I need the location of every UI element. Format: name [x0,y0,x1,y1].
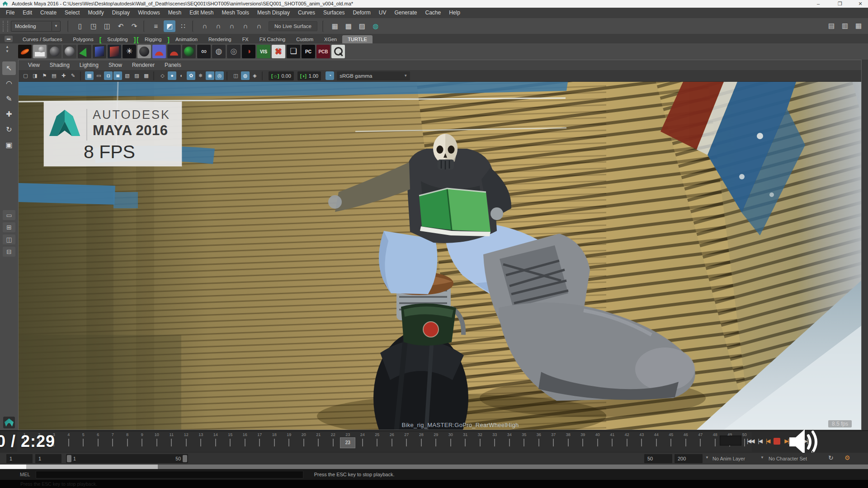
menu-file[interactable]: File [2,8,19,18]
lasso-select-tool[interactable]: ◠ [2,77,16,90]
step-back-key-button[interactable]: |◀ [766,438,769,444]
half-red-sphere-icon[interactable]: ◑ [242,45,255,58]
channel-box-toggle-icon[interactable]: ▦ [853,20,864,32]
viewport-grid-icon[interactable]: ▦ [85,71,94,80]
mel-label[interactable]: MEL [20,472,30,477]
stop-button[interactable]: ■ [774,438,780,445]
rotate-tool[interactable]: ↻ [2,123,16,136]
go-to-start-button[interactable]: |◀◀ [747,438,754,444]
two-pane-layout-button[interactable]: ◫ [3,235,15,244]
noise-icon[interactable]: ✳ [123,45,136,58]
viewport-camera-attrs-icon[interactable]: ◨ [31,71,39,80]
green-sphere-icon[interactable] [182,45,196,58]
character-set-dropdown[interactable]: No Character Set [769,455,807,463]
panel-menu-panels[interactable]: Panels [160,62,186,68]
menu-windows[interactable]: Windows [134,8,164,18]
input-connections-icon[interactable]: ▦ [329,20,341,32]
snap-point-icon[interactable]: ∩ [226,20,238,32]
sss-map-icon[interactable] [108,45,121,58]
select-component-icon[interactable]: ∷ [177,20,189,32]
chevron-down-icon[interactable]: ▼ [760,455,764,460]
menu-uv[interactable]: UV [375,8,391,18]
menu-create[interactable]: Create [36,8,61,18]
lit-sphere-icon[interactable] [63,45,76,58]
close-button[interactable]: ✕ [854,0,867,7]
occlusion-sphere-icon[interactable] [137,45,151,58]
vis-icon[interactable]: VIS [257,45,270,58]
shelf-tab-rigging[interactable]: Rigging [139,35,167,43]
range-start-handle[interactable] [67,455,71,462]
viewport-camera-icon[interactable]: ▢ [21,71,30,80]
color-management-dropdown[interactable]: ◔ sRGB gamma ▼ [326,71,410,80]
menu-mesh-display[interactable]: Mesh Display [253,8,294,18]
viewport-lights-icon[interactable]: ✿ [187,71,195,80]
snap-curve-icon[interactable]: ∩ [212,20,224,32]
shelf-tab-rendering[interactable]: Rendering [203,35,237,43]
exposure-field[interactable]: [☼] 0.00 [269,71,294,80]
menu-edit-mesh[interactable]: Edit Mesh [185,8,217,18]
output-connections-icon[interactable]: ▩ [343,20,354,32]
range-slider[interactable]: 1 50 [66,454,188,463]
menu-help[interactable]: Help [445,8,464,18]
chevron-down-icon[interactable]: ▼ [705,455,709,460]
shelf-tab-custom[interactable]: Custom [291,35,319,43]
dome-blue-icon[interactable] [152,45,166,58]
tool-settings-toggle-icon[interactable]: ▥ [839,20,851,32]
live-surface-field[interactable]: No Live Surface [269,21,317,31]
torus-icon[interactable]: ◎ [227,45,241,58]
shelf-tab-polygons[interactable]: Polygons [67,35,99,43]
panel-menu-renderer[interactable]: Renderer [127,62,160,68]
four-pane-layout-button[interactable]: ⊞ [3,222,15,232]
restore-button[interactable]: ❐ [833,0,847,7]
menu-mesh-tools[interactable]: Mesh Tools [218,8,253,18]
bake-selected-icon[interactable] [33,45,47,58]
playback-start-field[interactable]: 1 [35,454,61,463]
turtle-comet-icon[interactable] [18,45,32,58]
stacked-pane-layout-button[interactable]: ⊟ [3,247,15,257]
viewport-image-plane-icon[interactable]: ▤ [50,71,58,80]
menu-modify[interactable]: Modify [84,8,108,18]
time-slider-track[interactable]: 1234567891011121314151617181920212223232… [17,432,752,452]
viewport-film-gate-icon[interactable]: ▭ [94,71,103,80]
menu-select[interactable]: Select [61,8,84,18]
skull-x-icon[interactable]: ☠✖ [272,45,285,58]
normal-map-icon[interactable] [93,45,106,58]
spotlight-icon[interactable] [78,45,91,58]
step-back-frame-button[interactable]: |◀ [758,438,762,444]
viewport-xray-icon[interactable]: ◍ [241,71,250,80]
playback-end-field[interactable]: 50 [644,454,672,463]
single-pane-layout-button[interactable]: ▭ [3,210,15,220]
binocular-icon[interactable]: ∞ [197,45,211,58]
panel-menu-show[interactable]: Show [104,62,127,68]
viewport-safe-title-icon[interactable]: ▩ [142,71,151,80]
construction-history-icon[interactable]: ▨ [356,20,368,32]
search-icon[interactable] [331,45,345,58]
current-time-field[interactable] [720,436,741,446]
panel-menu-view[interactable]: View [23,62,45,68]
viewport-resolution-gate-icon[interactable]: ◘ [104,71,113,80]
facet-sphere-icon[interactable]: ◍ [212,45,226,58]
undo-icon[interactable]: ↶ [115,20,127,32]
viewport-ao-icon[interactable]: ◉ [206,71,214,80]
pages-icon[interactable]: ❏ [287,45,300,58]
attribute-editor-toggle-icon[interactable]: ▤ [826,20,837,32]
snap-grid-icon[interactable]: ∩ [199,20,211,32]
snap-view-plane-icon[interactable]: ∩ [253,20,265,32]
range-end-handle[interactable] [183,455,187,462]
video-progress-bar[interactable] [0,465,868,469]
viewport-grease-pencil-icon[interactable]: ✎ [69,71,77,80]
menu-deform[interactable]: Deform [349,8,374,18]
menu-edit[interactable]: Edit [19,8,36,18]
anim-end-field[interactable]: 200 [675,454,703,463]
menu-set-dropdown[interactable]: Modeling ▼ [11,21,61,32]
viewport-antialias-icon[interactable]: ◎ [215,71,224,80]
shelf-tab-fx[interactable]: FX [237,35,254,43]
loop-playback-icon[interactable]: ↻ [828,454,834,461]
move-tool[interactable]: ✚ [2,108,16,121]
shelf-tab-xgen[interactable]: XGen [319,35,342,43]
gamma-field[interactable]: [◑] 1.00 [297,71,321,80]
select-object-icon[interactable]: ◩ [164,20,175,32]
viewport-2d-pan-zoom-icon[interactable]: ✚ [59,71,68,80]
shelf-scroll-arrows[interactable]: ▲▼ [3,45,12,58]
mel-input[interactable] [36,471,303,479]
